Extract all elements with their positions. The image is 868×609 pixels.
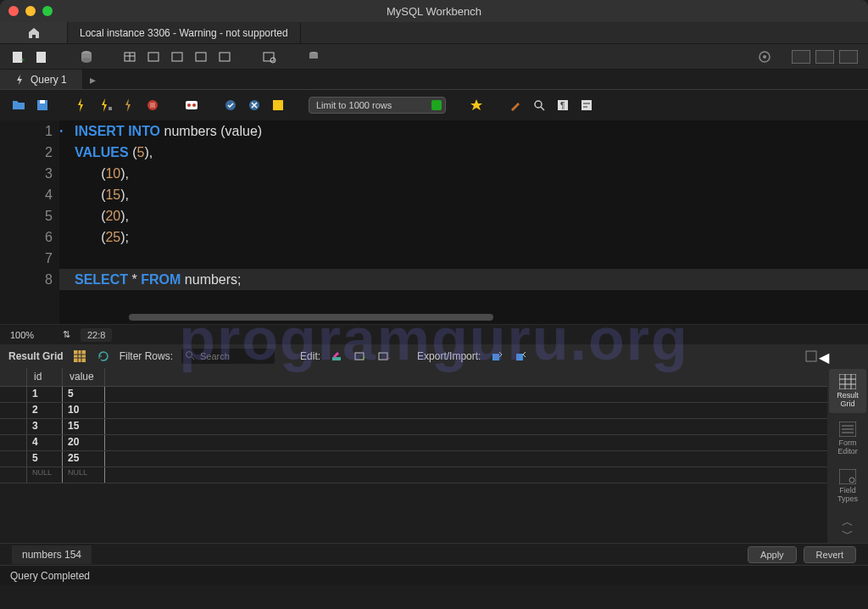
create-procedure-icon[interactable]	[170, 48, 186, 65]
code-area[interactable]: INSERT INTO numbers (value) VALUES (5), …	[59, 120, 868, 324]
save-file-icon[interactable]	[34, 97, 51, 114]
svg-point-5	[81, 58, 92, 63]
toggle-autocommit-icon[interactable]	[183, 97, 200, 114]
home-icon	[27, 26, 41, 40]
close-window-button[interactable]	[8, 6, 19, 16]
explain-icon[interactable]	[120, 97, 137, 114]
svg-point-30	[535, 101, 542, 108]
grid-icon	[839, 374, 856, 389]
table-row-null[interactable]: NULLNULL	[0, 467, 827, 483]
wrap-cell-icon[interactable]	[804, 349, 819, 364]
create-function-icon[interactable]	[193, 48, 210, 65]
svg-rect-10	[172, 53, 182, 61]
row-limit-select[interactable]: Limit to 1000 rows	[309, 97, 446, 114]
scroll-down-icon[interactable]: ﹀	[842, 529, 854, 538]
svg-line-41	[192, 357, 194, 360]
maximize-window-button[interactable]	[42, 6, 53, 16]
table-row[interactable]: 420	[0, 435, 827, 451]
connection-tab-row: Local instance 3306 - Warning - not supp…	[0, 22, 868, 44]
column-header-id[interactable]: id	[27, 368, 63, 386]
create-index-icon[interactable]	[217, 48, 234, 65]
home-tab[interactable]	[0, 22, 68, 43]
lightning-icon	[15, 75, 25, 85]
result-area: Result Grid Filter Rows: Edit: + − Expor…	[0, 344, 868, 543]
beautify-icon[interactable]	[507, 97, 524, 114]
toggle-panel-bottom[interactable]	[815, 50, 834, 64]
toggle-limit-icon[interactable]	[270, 97, 287, 114]
rollback-icon[interactable]	[246, 97, 263, 114]
main-toolbar: +	[0, 44, 868, 70]
sql-editor[interactable]: 1 2 3 4 5 6 7 8 INSERT INTO numbers (val…	[0, 120, 868, 324]
execute-icon[interactable]	[73, 97, 90, 114]
svg-rect-2	[36, 52, 46, 63]
stop-icon[interactable]	[144, 97, 161, 114]
reconnect-icon[interactable]	[305, 48, 322, 65]
edit-row-icon[interactable]	[329, 349, 344, 364]
result-status-row: numbers 154 Apply Revert	[0, 543, 868, 565]
settings-icon[interactable]	[756, 48, 773, 65]
table-row[interactable]: 315	[0, 419, 827, 435]
query-tab-1[interactable]: Query 1	[0, 70, 83, 89]
svg-point-14	[270, 58, 275, 63]
table-row[interactable]: 210	[0, 403, 827, 419]
create-schema-icon[interactable]	[78, 48, 95, 65]
minimize-window-button[interactable]	[25, 6, 36, 16]
result-grid[interactable]: id value 15 210 315 420 525 NULLNULL	[0, 368, 827, 543]
create-table-icon[interactable]	[122, 48, 139, 65]
create-view-icon[interactable]	[146, 48, 163, 65]
scroll-up-icon[interactable]: ︿	[842, 517, 854, 526]
svg-text:¶: ¶	[560, 101, 565, 110]
svg-rect-49	[806, 351, 816, 361]
column-header-value[interactable]: value	[63, 368, 105, 386]
svg-rect-12	[220, 53, 230, 61]
side-result-grid[interactable]: Result Grid	[829, 369, 866, 413]
open-file-icon[interactable]	[10, 97, 27, 114]
result-tab[interactable]: numbers 154	[12, 545, 92, 564]
line-gutter: 1 2 3 4 5 6 7 8	[0, 120, 59, 324]
open-sql-icon[interactable]	[34, 48, 51, 65]
delete-row-icon[interactable]: −	[376, 349, 392, 364]
expand-tabs-button[interactable]: ▸	[83, 70, 103, 89]
refresh-icon[interactable]	[96, 349, 111, 364]
new-sql-tab-icon[interactable]: +	[10, 48, 27, 65]
side-form-editor[interactable]: Form Editor	[829, 416, 866, 461]
filter-input[interactable]	[181, 349, 275, 364]
side-field-types[interactable]: Field Types	[829, 464, 866, 508]
export-icon[interactable]	[489, 349, 504, 364]
search-table-data-icon[interactable]	[261, 48, 278, 65]
zoom-select[interactable]: 100%	[10, 330, 53, 340]
favorite-icon[interactable]	[468, 97, 485, 114]
zoom-stepper[interactable]: ⇅	[63, 329, 70, 340]
invisible-chars-icon[interactable]: ¶	[554, 97, 571, 114]
revert-button[interactable]: Revert	[804, 546, 856, 563]
grid-icon[interactable]	[72, 349, 87, 364]
add-row-icon[interactable]: +	[353, 349, 368, 364]
wrap-icon[interactable]	[578, 97, 595, 114]
import-icon[interactable]	[513, 349, 528, 364]
svg-rect-16	[309, 53, 318, 59]
toggle-sidebar-left[interactable]	[792, 50, 810, 64]
status-text: Query Completed	[10, 570, 90, 582]
table-row[interactable]: 525	[0, 451, 827, 467]
horizontal-scrollbar[interactable]	[129, 314, 493, 321]
toggle-sidebar-right[interactable]	[839, 50, 858, 64]
filter-label: Filter Rows:	[120, 350, 173, 362]
svg-rect-34	[581, 100, 592, 110]
svg-rect-9	[148, 53, 159, 61]
cursor-position: 22:8	[81, 328, 112, 342]
grid-body: 15 210 315 420 525 NULLNULL	[0, 387, 827, 483]
execute-current-icon[interactable]	[97, 97, 114, 114]
table-row[interactable]: 15	[0, 387, 827, 403]
statusbar: Query Completed	[0, 565, 868, 585]
search-icon	[185, 350, 195, 360]
svg-text:+: +	[20, 56, 25, 64]
form-icon	[839, 422, 856, 437]
svg-rect-13	[264, 53, 274, 61]
commit-icon[interactable]	[222, 97, 239, 114]
apply-button[interactable]: Apply	[748, 546, 797, 563]
find-icon[interactable]	[531, 97, 548, 114]
svg-rect-35	[74, 350, 86, 362]
svg-rect-48	[516, 354, 523, 360]
connection-tab[interactable]: Local instance 3306 - Warning - not supp…	[68, 22, 301, 43]
svg-rect-23	[150, 103, 155, 108]
